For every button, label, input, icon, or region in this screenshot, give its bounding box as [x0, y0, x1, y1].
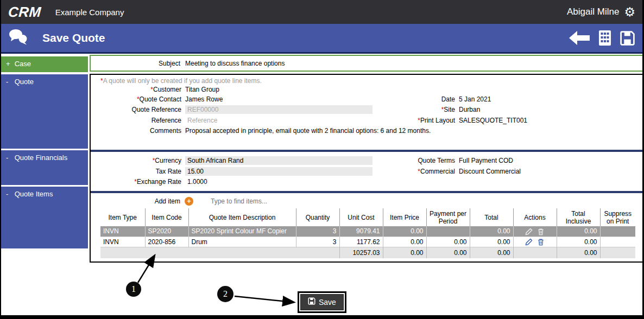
table-totals-row: 10257.03 0.00 0.00 0.00 0.00 — [100, 247, 635, 258]
commercial-value: Discount Commercial — [459, 168, 642, 175]
quote-section: *A quote will only be created if you add… — [91, 75, 642, 149]
totals-spacer — [100, 247, 339, 258]
commercial-label: *Commercial — [376, 168, 455, 175]
save-icon[interactable] — [620, 30, 635, 46]
total-inclusive-cell: 0.00 — [557, 237, 600, 247]
find-items-input[interactable] — [211, 197, 374, 205]
collapse-icon: - — [6, 78, 12, 86]
total-cell: 0.00 — [470, 237, 513, 247]
quote-contact-label: *Quote Contact — [91, 95, 181, 103]
quote-terms-value: Full Payment COD — [459, 157, 642, 164]
edit-pencil-icon[interactable] — [524, 227, 534, 235]
col-description: Quote Item Description — [188, 208, 296, 226]
item-price-cell: 0.00 — [383, 237, 426, 247]
user-name: Abigail Milne — [567, 7, 619, 17]
delete-trash-icon[interactable] — [536, 227, 546, 235]
section-divider — [91, 150, 642, 152]
banner-actions — [569, 30, 635, 46]
page-title: Save Quote — [42, 31, 105, 44]
gear-icon[interactable]: ⚙ — [624, 6, 635, 18]
item-code-cell: SP2020 — [145, 226, 188, 237]
quote-financials-section: *Currency South African Rand Quote Terms… — [91, 153, 642, 190]
item-price-cell: 0.00 — [383, 226, 426, 237]
sidebar-item-label: Quote Financials — [15, 154, 68, 162]
totals-actions-empty — [513, 247, 557, 258]
totals-total-inclusive: 0.00 — [557, 247, 600, 258]
table-row[interactable]: INVN 2020-856 Drum 3 1177.62 0.00 0.00 0… — [100, 237, 635, 247]
page-banner: Save Quote — [1, 24, 642, 54]
date-value: 5 Jan 2021 — [459, 95, 642, 103]
customer-value: Titan Group — [185, 86, 372, 93]
add-item-plus-icon[interactable]: + — [185, 197, 193, 206]
crm-logo: CRM — [8, 4, 42, 21]
sidebar-item-quote[interactable]: - Quote — [1, 74, 88, 149]
totals-suppress-empty — [600, 247, 635, 258]
collapse-icon: - — [6, 190, 12, 198]
sidebar-item-label: Case — [15, 60, 31, 68]
top-bar-right: Abigail Milne ⚙ — [567, 6, 635, 18]
company-name: Example Company — [55, 8, 124, 17]
payment-per-period-cell: 0.00 — [426, 237, 470, 247]
comments-value: Proposal accepted in principle, email qu… — [185, 127, 642, 135]
col-item-price: Item Price — [383, 208, 426, 226]
sidebar-item-quote-items[interactable]: - Quote Items — [1, 187, 88, 248]
table-header-row: Item Type Item Code Quote Item Descripti… — [100, 208, 635, 226]
back-arrow-icon[interactable] — [569, 30, 590, 46]
sidebar-item-quote-financials[interactable]: - Quote Financials — [1, 150, 88, 185]
edit-pencil-icon[interactable] — [524, 238, 534, 245]
save-button[interactable]: Save — [300, 294, 344, 310]
calculator-icon[interactable] — [598, 30, 611, 46]
col-item-code: Item Code — [145, 208, 188, 226]
col-total: Total — [470, 208, 513, 226]
col-total-inclusive: Total Inclusive — [557, 208, 600, 226]
comments-label: Comments — [91, 127, 181, 135]
top-bar: CRM Example Company Abigail Milne ⚙ — [1, 0, 642, 24]
currency-field[interactable]: South African Rand — [185, 156, 372, 165]
save-button-label: Save — [319, 298, 336, 307]
chat-bubbles-icon — [8, 28, 28, 48]
suppress-on-print-cell — [600, 226, 635, 237]
quote-contact-value: James Rowe — [185, 95, 372, 103]
exchange-rate-value: 1.0000 — [185, 178, 372, 186]
quote-terms-label: Quote Terms — [376, 157, 455, 164]
subject-row: Subject Meeting to discuss finance optio… — [90, 55, 643, 72]
sidebar-item-label: Quote — [15, 78, 34, 86]
unit-cost-cell: 9079.41 — [339, 226, 383, 237]
totals-item-price: 0.00 — [383, 247, 426, 258]
quote-reference-field — [185, 105, 372, 114]
exchange-rate-label: *Exchange Rate — [91, 178, 181, 186]
col-suppress-on-print: Suppress on Print — [600, 208, 635, 226]
tax-rate-field[interactable]: 15.00 — [185, 167, 372, 176]
payment-per-period-cell — [426, 226, 470, 237]
crm-window: CRM Example Company Abigail Milne ⚙ Save… — [0, 0, 644, 319]
suppress-on-print-cell — [600, 237, 635, 247]
site-label: *Site — [376, 106, 455, 113]
reference-field[interactable] — [185, 116, 372, 125]
item-type-cell: INVN — [100, 226, 145, 237]
sidebar: + Case - Quote - Quote Financials - Quot… — [1, 54, 90, 315]
date-label: Date — [376, 95, 455, 103]
col-payment-per-period: Payment per Period — [426, 208, 470, 226]
print-layout-value: SALESQUOTE_TIT001 — [459, 117, 642, 124]
table-row-selected[interactable]: INVN SP2020 SP2020 Sprint Colour MF Copi… — [100, 226, 635, 237]
total-inclusive-cell: 0.00 — [557, 226, 600, 237]
delete-trash-icon[interactable] — [536, 238, 546, 245]
collapse-icon: - — [6, 154, 12, 162]
financial-fields: *Currency South African Rand Quote Terms… — [91, 156, 642, 186]
totals-payment-per-period: 0.00 — [426, 247, 470, 258]
subject-label: Subject — [91, 60, 180, 67]
quote-items-section: Add item + Item Type — [91, 194, 642, 261]
save-floppy-icon — [308, 297, 315, 307]
totals-total: 0.00 — [470, 247, 513, 258]
quote-items-table: Item Type Item Code Quote Item Descripti… — [100, 208, 635, 258]
actions-cell — [513, 237, 557, 247]
save-button-highlight: Save — [298, 291, 346, 313]
unit-cost-cell: 1177.62 — [339, 237, 383, 247]
col-unit-cost: Unit Cost — [339, 208, 383, 226]
sidebar-item-case[interactable]: + Case — [1, 56, 88, 72]
section-divider — [91, 191, 642, 193]
item-type-cell: INVN — [100, 237, 145, 247]
expand-icon: + — [6, 60, 12, 68]
content-area: + Case - Quote - Quote Financials - Quot… — [1, 54, 642, 315]
totals-unit-cost: 10257.03 — [339, 247, 383, 258]
